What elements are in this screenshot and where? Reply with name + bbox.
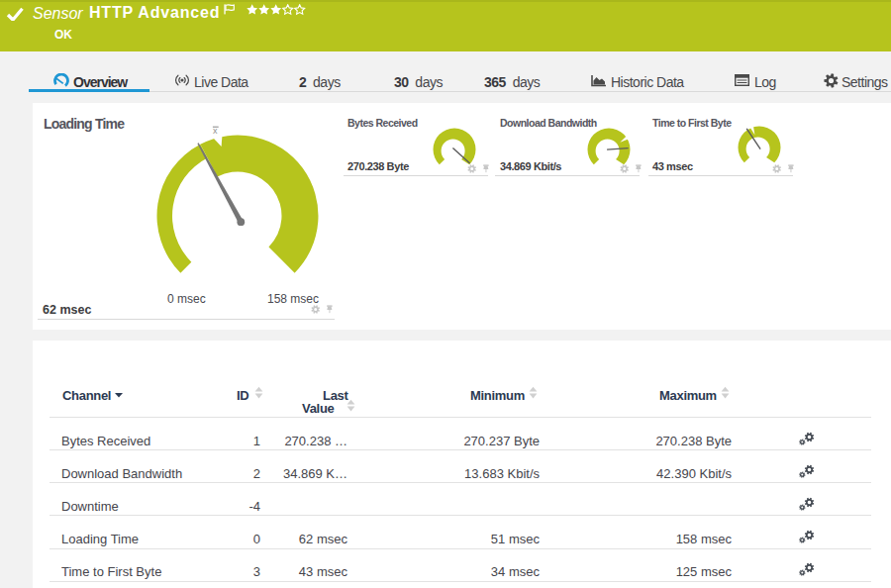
svg-text:x: x xyxy=(213,126,218,136)
